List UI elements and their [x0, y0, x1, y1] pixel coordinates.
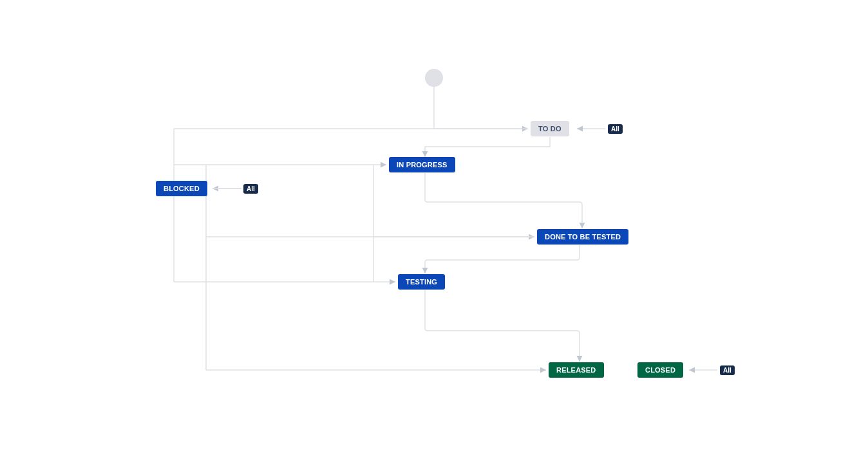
global-transition-blocked[interactable]: All	[243, 184, 258, 194]
workflow-start-node[interactable]	[425, 69, 443, 87]
status-label: CLOSED	[645, 366, 675, 374]
status-label: DONE TO BE TESTED	[545, 233, 621, 241]
status-label: RELEASED	[556, 366, 596, 374]
status-node-todo[interactable]: TO DO	[531, 121, 569, 136]
status-node-released[interactable]: RELEASED	[549, 362, 604, 378]
status-label: BLOCKED	[164, 185, 200, 192]
workflow-diagram: TO DO All IN PROGRESS BLOCKED All DONE T…	[0, 0, 868, 453]
all-badge-label: All	[723, 367, 731, 374]
status-label: IN PROGRESS	[397, 161, 448, 169]
status-label: TO DO	[538, 125, 561, 133]
status-label: TESTING	[406, 278, 437, 286]
status-node-in-progress[interactable]: IN PROGRESS	[389, 157, 455, 172]
all-badge-label: All	[611, 125, 619, 133]
workflow-edges	[0, 0, 868, 453]
global-transition-closed[interactable]: All	[720, 365, 735, 375]
all-badge-label: All	[247, 185, 255, 192]
status-node-testing[interactable]: TESTING	[398, 274, 445, 290]
status-node-done-to-be-tested[interactable]: DONE TO BE TESTED	[537, 229, 628, 245]
global-transition-todo[interactable]: All	[608, 124, 623, 134]
status-node-blocked[interactable]: BLOCKED	[156, 181, 207, 196]
status-node-closed[interactable]: CLOSED	[637, 362, 683, 378]
